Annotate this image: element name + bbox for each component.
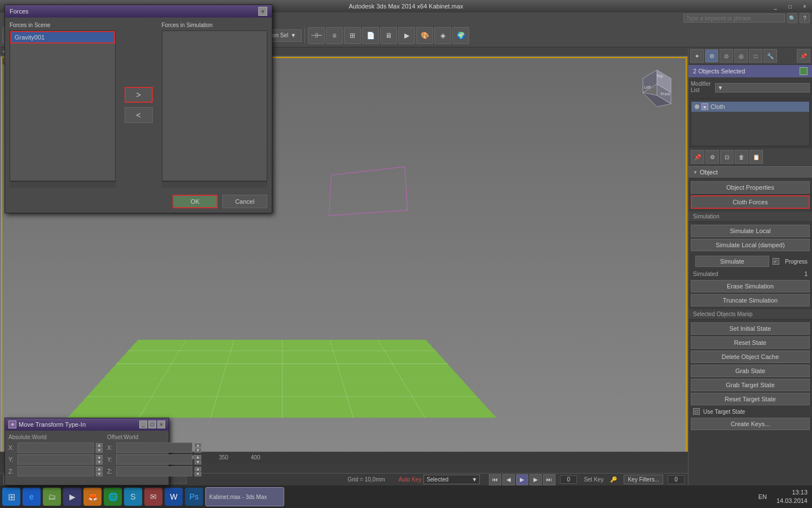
offset-y-down[interactable]: ▼ (195, 460, 201, 465)
firefox-icon[interactable]: 🦊 (83, 488, 102, 506)
copy-modifier-icon[interactable]: 📋 (749, 150, 763, 164)
simulate-local-damped-button[interactable]: Simulate Local (damped) (691, 239, 810, 251)
add-to-simulation-button[interactable]: > (125, 87, 153, 103)
mt-minimize-button[interactable]: _ (139, 421, 147, 428)
search-icon-btn[interactable]: 🔍 (787, 13, 797, 23)
forces-sim-scrollbar[interactable] (162, 181, 268, 188)
object-section-header[interactable]: ▼ Object (689, 166, 812, 178)
offset-y-up[interactable]: ▲ (195, 455, 201, 459)
media-icon[interactable]: ▶ (63, 488, 81, 506)
pin-modifier-icon[interactable]: 📌 (691, 150, 704, 164)
pin-icon[interactable]: 📌 (797, 49, 810, 63)
key-icon[interactable]: 🔑 (610, 476, 617, 483)
mt-close-button[interactable]: × (157, 421, 165, 428)
play-button[interactable]: ▶ (516, 474, 528, 485)
go-end-button[interactable]: ⏭ (543, 474, 555, 485)
offset-x-input[interactable]: 0,0mm (116, 443, 192, 453)
truncate-simulation-button[interactable]: Truncate Simulation (691, 294, 810, 306)
go-start-button[interactable]: ⏮ (489, 474, 501, 485)
forces-ok-button[interactable]: OK (173, 195, 218, 208)
frame-time-input[interactable] (668, 475, 685, 484)
render-button[interactable]: ▶ (398, 27, 415, 44)
motion-icon[interactable]: ◎ (734, 49, 748, 63)
absolute-z-up[interactable]: ▲ (96, 467, 103, 471)
chrome-icon[interactable]: 🌐 (104, 488, 122, 506)
offset-z-down[interactable]: ▼ (195, 472, 201, 476)
forces-scene-scrollbar[interactable] (10, 181, 116, 188)
offset-x-up[interactable]: ▲ (195, 443, 201, 448)
cloth-forces-button[interactable]: Cloth Forces (691, 195, 810, 209)
grab-target-state-button[interactable]: Grab Target State (691, 379, 810, 391)
utilities-icon[interactable]: 🔧 (764, 49, 777, 63)
prev-frame-button[interactable]: ◀ (502, 474, 515, 485)
reset-state-button[interactable]: Reset State (691, 336, 810, 349)
simulate-button[interactable]: Simulate (695, 256, 769, 267)
set-initial-state-button[interactable]: Set Initial State (691, 322, 810, 335)
absolute-z-down[interactable]: ▼ (96, 472, 103, 476)
offset-x-down[interactable]: ▼ (195, 448, 201, 453)
modifier-list-dropdown[interactable]: ▼ (715, 83, 810, 93)
delete-modifier-icon[interactable]: 🗑 (735, 150, 748, 164)
material-editor-button[interactable]: 🎨 (416, 27, 433, 44)
hierarchy-icon[interactable]: ⊙ (720, 49, 733, 63)
grab-state-button[interactable]: Grab State (691, 365, 810, 377)
offset-z-input[interactable]: 0,0mm (116, 466, 192, 476)
stack-item-cloth[interactable]: ■ Cloth (691, 102, 809, 112)
align-button[interactable]: ≡ (326, 27, 343, 44)
simulate-local-button[interactable]: Simulate Local (691, 225, 810, 237)
render-settings-button[interactable]: 🖥 (380, 27, 397, 44)
absolute-x-up[interactable]: ▲ (96, 443, 103, 448)
forces-in-scene-list[interactable]: Gravity001 (10, 30, 116, 181)
absolute-y-input[interactable] (17, 454, 94, 465)
start-button[interactable]: ⊞ (2, 488, 20, 506)
forces-in-simulation-list[interactable] (162, 30, 268, 181)
delete-object-cache-button[interactable]: Delete Object Cache (691, 351, 810, 363)
ie-icon[interactable]: e (23, 488, 41, 506)
email-icon[interactable]: ✉ (144, 488, 162, 506)
use-target-state-checkbox[interactable]: □ (693, 408, 700, 415)
search-input[interactable] (683, 14, 785, 23)
display-icon[interactable]: □ (749, 49, 762, 63)
selected-dropdown[interactable]: Selected ▼ (423, 475, 480, 484)
minimize-button[interactable]: _ (768, 0, 783, 12)
absolute-x-input[interactable] (17, 443, 94, 453)
modify-icon active[interactable]: ⚙ (705, 49, 718, 63)
align2-button[interactable]: ⊞ (344, 27, 361, 44)
absolute-z-input[interactable] (17, 466, 94, 476)
ps-icon[interactable]: Ps (185, 488, 203, 506)
forces-list-item-gravity[interactable]: Gravity001 (10, 31, 115, 43)
layer-button[interactable]: 📄 (362, 27, 379, 44)
remove-from-simulation-button[interactable]: < (125, 107, 153, 123)
forces-dialog-close-button[interactable]: × (258, 7, 267, 16)
absolute-x-down[interactable]: ▼ (96, 448, 103, 453)
word-icon[interactable]: W (165, 488, 183, 506)
stack-visibility-dot[interactable] (695, 104, 699, 109)
offset-z-up[interactable]: ▲ (195, 467, 201, 471)
3dsmax-taskbar-button[interactable]: Kabinet.max - 3ds Max (205, 487, 284, 506)
objects-selected-color-swatch[interactable] (800, 67, 807, 75)
erase-simulation-button[interactable]: Erase Simulation (691, 280, 810, 292)
mt-maximize-button[interactable]: □ (148, 421, 156, 428)
configure-modifier-icon[interactable]: ⚙ (705, 150, 719, 164)
absolute-y-up[interactable]: ▲ (96, 455, 103, 459)
offset-y-input[interactable]: 0,0mm (116, 454, 192, 465)
environment-button[interactable]: 🌍 (452, 27, 469, 44)
absolute-y-down[interactable]: ▼ (96, 460, 103, 465)
configure2-modifier-icon[interactable]: ⊡ (720, 150, 734, 164)
object-properties-button[interactable]: Object Properties (691, 181, 810, 194)
create-icon[interactable]: ✦ (690, 49, 704, 63)
help-icon-btn[interactable]: ? (800, 13, 810, 23)
frame-number[interactable]: 0 (560, 475, 577, 484)
explorer-icon[interactable]: 🗂 (43, 488, 61, 506)
close-button[interactable]: × (797, 0, 812, 12)
forces-cancel-button[interactable]: Cancel (222, 195, 267, 208)
mirror-button[interactable]: ⊣⊢ (308, 27, 325, 44)
schematic-button[interactable]: ◈ (434, 27, 451, 44)
skype-icon[interactable]: S (124, 488, 142, 506)
key-filters-button[interactable]: Key Filters... (624, 475, 663, 484)
progress-checkbox[interactable]: ✓ (773, 258, 779, 265)
reset-target-state-button[interactable]: Reset Target State (691, 393, 810, 405)
maximize-button[interactable]: □ (783, 0, 797, 12)
create-keys-button[interactable]: Create Keys... (691, 418, 810, 430)
next-frame-button[interactable]: ▶ (529, 474, 542, 485)
